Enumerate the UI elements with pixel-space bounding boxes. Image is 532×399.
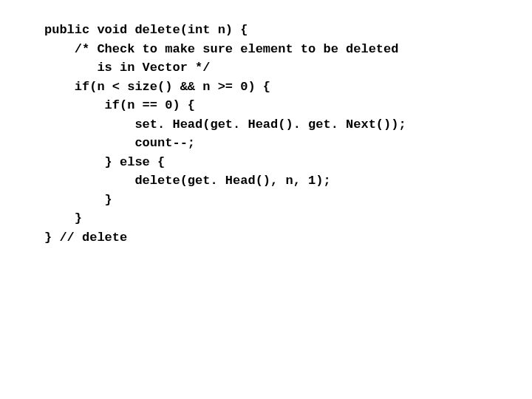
code-line: public void delete(int n) { [44, 21, 532, 40]
code-line: count--; [44, 134, 532, 153]
code-line: delete(get. Head(), n, 1); [44, 171, 532, 191]
code-line: } // delete [44, 228, 532, 248]
code-line: if(n < size() && n >= 0) { [44, 78, 532, 97]
code-line: /* Check to make sure element to be dele… [44, 40, 532, 59]
code-line: is in Vector */ [44, 58, 532, 78]
code-line: } else { [44, 153, 532, 172]
code-line: set. Head(get. Head(). get. Next()); [44, 115, 532, 134]
code-line: if(n == 0) { [44, 96, 532, 115]
code-line: } [44, 209, 532, 228]
code-line: } [44, 191, 532, 210]
code-block: public void delete(int n) { /* Check to … [0, 0, 532, 247]
